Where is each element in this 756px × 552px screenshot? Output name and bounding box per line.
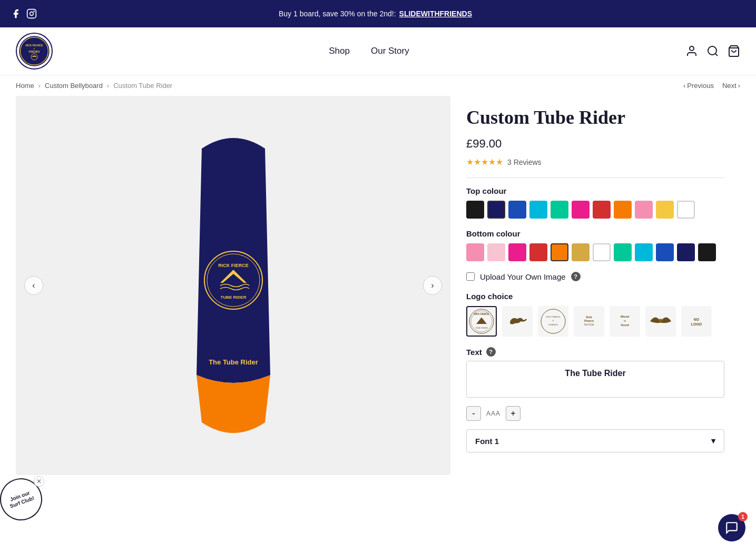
- svg-text:Pearce: Pearce: [584, 319, 594, 322]
- top-color-teal[interactable]: [551, 201, 568, 219]
- text-help-icon[interactable]: ?: [486, 347, 496, 357]
- nav-shop[interactable]: Shop: [329, 46, 350, 56]
- bottom-colour-swatches: [466, 243, 724, 261]
- bottom-color-pink-pale[interactable]: [487, 243, 505, 261]
- breadcrumb-custom-bellyboard[interactable]: Custom Bellyboard: [45, 82, 103, 90]
- top-color-light-pink[interactable]: [635, 201, 653, 219]
- bottom-color-hot-pink[interactable]: [508, 243, 526, 261]
- logo-swallow-svg: [647, 308, 674, 334]
- top-color-white[interactable]: [677, 201, 695, 219]
- bottom-color-red[interactable]: [529, 243, 547, 261]
- svg-text:DICK PEARCE: DICK PEARCE: [546, 316, 560, 318]
- bottom-color-teal[interactable]: [614, 243, 632, 261]
- svg-text:is: is: [624, 319, 626, 322]
- logo[interactable]: DICK PEARCE & FRIENDS: [16, 33, 53, 70]
- cart-icon[interactable]: [728, 45, 740, 57]
- upload-help-icon[interactable]: ?: [571, 272, 581, 281]
- reviews-count: 3 Reviews: [507, 158, 542, 166]
- top-color-orange[interactable]: [614, 201, 632, 219]
- announcement-text: Buy 1 board, save 30% on the 2nd!: SLIDE…: [268, 4, 483, 23]
- logo-tube-rider[interactable]: RICK FIERCE TUBE RIDER: [466, 306, 497, 337]
- bottom-color-black[interactable]: [698, 243, 716, 261]
- reviews-line: ★★★★★ 3 Reviews: [466, 157, 724, 167]
- text-input-box[interactable]: The Tube Rider: [466, 361, 724, 398]
- top-color-cyan[interactable]: [529, 201, 547, 219]
- image-next-arrow[interactable]: ›: [423, 276, 442, 295]
- svg-rect-0: [27, 9, 36, 18]
- text-input-value: The Tube Rider: [565, 369, 625, 378]
- font-increase-btn[interactable]: +: [506, 406, 521, 421]
- logo-options: RICK FIERCE TUBE RIDER DIC: [466, 306, 724, 337]
- top-color-black[interactable]: [466, 201, 484, 219]
- logo-dp-friends[interactable]: DICK PEARCE & FRIENDS: [538, 306, 568, 337]
- top-color-navy[interactable]: [487, 201, 505, 219]
- bottom-color-navy[interactable]: [677, 243, 695, 261]
- account-icon[interactable]: [685, 45, 698, 57]
- next-link[interactable]: Next ›: [722, 82, 740, 90]
- bottom-color-pink-med[interactable]: [466, 243, 484, 261]
- svg-text:TUBE RIDER: TUBE RIDER: [475, 327, 488, 329]
- search-icon[interactable]: [706, 45, 719, 57]
- divider: [466, 178, 724, 178]
- product-details: Custom Tube Rider £99.00 ★★★★★ 3 Reviews…: [450, 96, 740, 475]
- promo-link[interactable]: SLIDEWITHFRIENDS: [399, 9, 472, 18]
- bottom-color-white[interactable]: [593, 243, 611, 261]
- board-display: RICK FIERCE TUBE RIDER The Tube Rider: [154, 106, 312, 465]
- svg-text:Dick: Dick: [586, 316, 593, 319]
- breadcrumb-current: Custom Tube Rider: [113, 82, 172, 90]
- svg-text:Wood: Wood: [621, 315, 630, 318]
- svg-text:FRIENDS: FRIENDS: [548, 323, 558, 326]
- breadcrumb-left: Home › Custom Bellyboard › Custom Tube R…: [16, 82, 172, 90]
- facebook-icon[interactable]: [11, 8, 21, 19]
- svg-point-9: [690, 46, 694, 51]
- top-color-gold[interactable]: [656, 201, 674, 219]
- main-content: ‹ RICK FIERCE TUBE RIDER: [0, 96, 756, 475]
- image-prev-arrow[interactable]: ‹: [24, 276, 43, 295]
- font-select[interactable]: Font 1 ▾: [466, 429, 724, 452]
- bottom-color-cyan[interactable]: [635, 243, 653, 261]
- main-nav: Shop Our Story: [329, 46, 409, 56]
- bottom-color-gold[interactable]: [572, 243, 590, 261]
- logo-tube-rider-svg: RICK FIERCE TUBE RIDER: [468, 308, 495, 334]
- previous-link[interactable]: ‹ Previous: [683, 82, 714, 90]
- font-select-value: Font 1: [475, 437, 499, 446]
- product-price: £99.00: [466, 137, 724, 151]
- logo-bird[interactable]: [502, 306, 533, 337]
- breadcrumb: Home › Custom Bellyboard › Custom Tube R…: [0, 75, 756, 96]
- announcement-bar: Buy 1 board, save 30% on the 2nd!: SLIDE…: [0, 0, 756, 27]
- bottom-color-orange[interactable]: [551, 243, 568, 261]
- nav-our-story[interactable]: Our Story: [371, 46, 409, 56]
- product-title: Custom Tube Rider: [466, 106, 724, 129]
- logo-surf-club[interactable]: Dick Pearce Surf Club: [574, 306, 604, 337]
- logo-no-logo[interactable]: NO LOGO: [681, 306, 712, 337]
- svg-text:Surf Club: Surf Club: [584, 323, 594, 326]
- logo-swallow[interactable]: [645, 306, 676, 337]
- board-svg: RICK FIERCE TUBE RIDER The Tube Rider: [154, 117, 312, 454]
- svg-text:&: &: [34, 47, 35, 50]
- logo-wood-is-good[interactable]: Wood is Good: [610, 306, 640, 337]
- top-color-blue[interactable]: [508, 201, 526, 219]
- svg-text:NO: NO: [694, 318, 700, 321]
- logo-bird-svg: [505, 309, 529, 333]
- logo-surf-club-svg: Dick Pearce Surf Club: [576, 308, 602, 334]
- svg-text:TUBE RIDER: TUBE RIDER: [220, 295, 246, 300]
- svg-text:RICK FIERCE: RICK FIERCE: [474, 313, 489, 316]
- logo-choice-label: Logo choice: [466, 292, 724, 301]
- svg-point-1: [30, 12, 34, 16]
- text-label: Text: [466, 348, 482, 357]
- upload-checkbox[interactable]: [466, 272, 475, 281]
- product-image-container: ‹ RICK FIERCE TUBE RIDER: [16, 96, 450, 475]
- instagram-icon[interactable]: [26, 8, 37, 19]
- top-color-red[interactable]: [593, 201, 611, 219]
- upload-section: Upload Your Own Image ?: [466, 272, 724, 281]
- font-decrease-btn[interactable]: -: [466, 406, 481, 421]
- font-size-label: AAA: [486, 410, 500, 417]
- text-section: Text ? The Tube Rider: [466, 347, 724, 398]
- bottom-color-blue[interactable]: [656, 243, 674, 261]
- svg-text:RICK FIERCE: RICK FIERCE: [218, 263, 249, 268]
- breadcrumb-home[interactable]: Home: [16, 82, 34, 90]
- top-colour-swatches: [466, 201, 724, 219]
- svg-text:&: &: [553, 320, 554, 322]
- chevron-down-icon: ▾: [711, 436, 715, 446]
- top-color-hot-pink[interactable]: [572, 201, 590, 219]
